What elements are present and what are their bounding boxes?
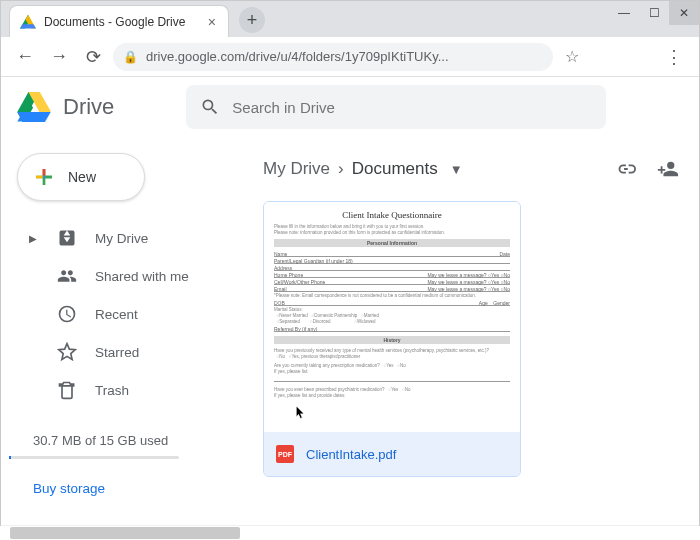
address-bar[interactable]: 🔒 drive.google.com/drive/u/4/folders/1y7… bbox=[113, 43, 553, 71]
file-footer[interactable]: PDF ClientIntake.pdf bbox=[264, 432, 520, 476]
reload-icon[interactable]: ⟳ bbox=[79, 43, 107, 71]
sidebar-item-label: Shared with me bbox=[95, 269, 189, 284]
drive-product-name[interactable]: Drive bbox=[63, 94, 114, 120]
chevron-right-icon: › bbox=[338, 159, 344, 179]
trash-icon bbox=[57, 380, 77, 400]
sidebar-item-label: My Drive bbox=[95, 231, 148, 246]
plus-icon bbox=[32, 165, 56, 189]
drive-logo-icon[interactable] bbox=[17, 92, 51, 122]
preview-doc-title: Client Intake Questionnaire bbox=[274, 210, 510, 222]
browser-menu-icon[interactable]: ⋮ bbox=[659, 46, 689, 68]
back-icon[interactable]: ← bbox=[11, 43, 39, 71]
sidebar-item-shared[interactable]: Shared with me bbox=[9, 257, 241, 295]
caret-right-icon: ▶ bbox=[29, 233, 39, 244]
window-titlebar: Documents - Google Drive × + — ☐ ✕ bbox=[1, 1, 699, 37]
breadcrumb-root[interactable]: My Drive bbox=[263, 159, 330, 179]
drive-favicon-icon bbox=[20, 14, 36, 30]
search-box[interactable] bbox=[186, 85, 606, 129]
horizontal-scrollbar[interactable] bbox=[0, 526, 700, 540]
person-add-icon[interactable] bbox=[657, 158, 679, 180]
search-input[interactable] bbox=[232, 99, 592, 116]
buy-storage-link[interactable]: Buy storage bbox=[33, 481, 241, 496]
sidebar-item-trash[interactable]: Trash bbox=[9, 371, 241, 409]
breadcrumb-toolbar: My Drive › Documents ▼ bbox=[263, 149, 679, 189]
sidebar-item-recent[interactable]: Recent bbox=[9, 295, 241, 333]
minimize-icon[interactable]: — bbox=[609, 1, 639, 25]
bookmark-star-icon[interactable]: ☆ bbox=[559, 47, 585, 66]
close-icon[interactable]: ✕ bbox=[669, 1, 699, 25]
sidebar-item-label: Trash bbox=[95, 383, 129, 398]
link-icon[interactable] bbox=[615, 158, 637, 180]
tab-title: Documents - Google Drive bbox=[44, 15, 206, 29]
new-button-label: New bbox=[68, 169, 96, 185]
file-name: ClientIntake.pdf bbox=[306, 447, 396, 462]
scrollbar-thumb[interactable] bbox=[10, 527, 240, 539]
sidebar-item-my-drive[interactable]: ▶ My Drive bbox=[9, 219, 241, 257]
storage-text: 30.7 MB of 15 GB used bbox=[33, 433, 241, 448]
new-button[interactable]: New bbox=[17, 153, 145, 201]
people-icon bbox=[57, 266, 77, 286]
maximize-icon[interactable]: ☐ bbox=[639, 1, 669, 25]
drive-header: Drive bbox=[1, 77, 699, 137]
chevron-down-icon[interactable]: ▼ bbox=[450, 162, 463, 177]
new-tab-button[interactable]: + bbox=[239, 7, 265, 33]
star-icon bbox=[57, 342, 77, 362]
forward-icon[interactable]: → bbox=[45, 43, 73, 71]
main-panel: My Drive › Documents ▼ Client Intake Que… bbox=[251, 137, 699, 525]
sidebar-item-starred[interactable]: Starred bbox=[9, 333, 241, 371]
browser-tab[interactable]: Documents - Google Drive × bbox=[9, 5, 229, 37]
lock-icon: 🔒 bbox=[123, 50, 138, 64]
browser-toolbar: ← → ⟳ 🔒 drive.google.com/drive/u/4/folde… bbox=[1, 37, 699, 77]
sidebar-item-label: Recent bbox=[95, 307, 138, 322]
cursor-icon bbox=[294, 402, 308, 422]
file-preview: Client Intake Questionnaire Please fill … bbox=[264, 202, 520, 432]
sidebar-item-label: Starred bbox=[95, 345, 139, 360]
url-text: drive.google.com/drive/u/4/folders/1y709… bbox=[146, 49, 449, 64]
clock-icon bbox=[57, 304, 77, 324]
window-controls: — ☐ ✕ bbox=[609, 1, 699, 25]
storage-bar bbox=[9, 456, 179, 459]
file-card[interactable]: Client Intake Questionnaire Please fill … bbox=[263, 201, 521, 477]
search-icon bbox=[200, 97, 220, 117]
tab-close-icon[interactable]: × bbox=[206, 14, 218, 30]
pdf-badge-icon: PDF bbox=[276, 445, 294, 463]
sidebar: New ▶ My Drive Shared with me Recent S bbox=[1, 137, 251, 525]
drive-icon bbox=[57, 228, 77, 248]
breadcrumb-current[interactable]: Documents bbox=[352, 159, 438, 179]
svg-marker-2 bbox=[17, 112, 50, 122]
